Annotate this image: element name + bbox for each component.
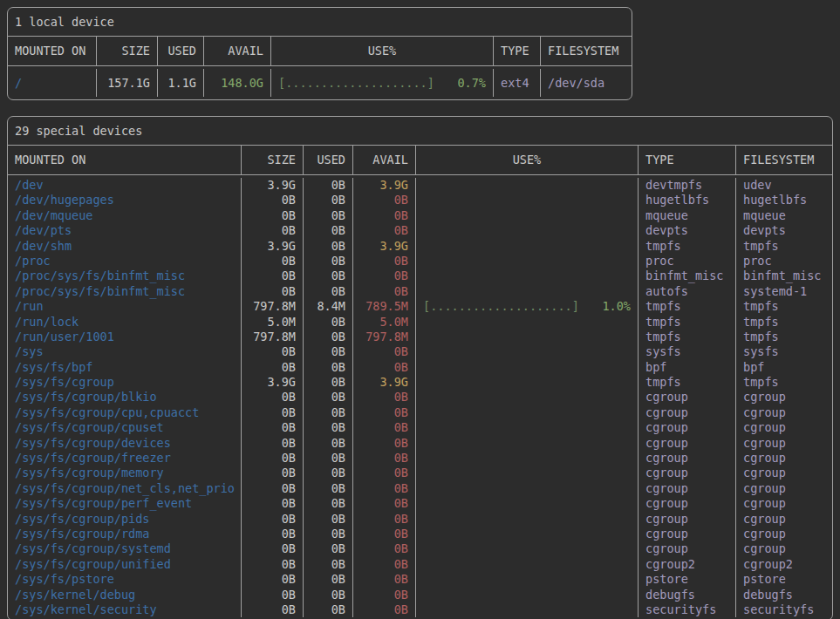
table-title-local-devices: 1 local device [8, 8, 632, 37]
table-row: /dev/shm3.9G0B3.9Gtmpfstmpfs [8, 239, 832, 254]
avail-value: 0B [353, 527, 416, 541]
usage-cell [416, 451, 639, 466]
fs-type: cgroup [639, 496, 736, 511]
table-row: /sys/fs/pstore0B0B0Bpstorepstore [8, 572, 832, 587]
column-header-mounted-on: MOUNTED ON [8, 146, 242, 174]
used-value: 0B [304, 602, 353, 617]
size-value: 0B [242, 223, 304, 238]
table-row: /sys/fs/cgroup/unified0B0B0Bcgroup2cgrou… [8, 557, 832, 572]
size-value: 0B [242, 588, 304, 602]
avail-value: 0B [353, 572, 416, 587]
usage-cell [416, 602, 639, 617]
size-value: 0B [242, 602, 304, 617]
mount-point: /dev/pts [8, 223, 242, 238]
used-value: 0B [304, 572, 353, 587]
used-value: 0B [304, 360, 353, 375]
used-value: 0B [304, 481, 353, 496]
fs-type: cgroup [639, 436, 736, 451]
usage-cell [416, 344, 639, 359]
usage-cell: [....................]0.7% [271, 69, 494, 97]
fs-type: tmpfs [639, 330, 736, 344]
usage-cell [416, 193, 639, 207]
fs-type: devpts [639, 223, 736, 238]
table-row: /run/user/1001797.8M0B797.8Mtmpfstmpfs [8, 330, 832, 344]
usage-cell [416, 208, 639, 223]
table-row: /sys/kernel/security0B0B0Bsecurityfssecu… [8, 602, 832, 617]
filesystem: debugfs [736, 588, 832, 602]
avail-value: 0B [353, 420, 416, 435]
table-row: /sys0B0B0Bsysfssysfs [8, 344, 832, 359]
size-value: 5.0M [242, 315, 304, 330]
size-value: 0B [242, 193, 304, 207]
table-row: /sys/fs/cgroup/perf_event0B0B0Bcgroupcgr… [8, 496, 832, 511]
table-row: /proc/sys/fs/binfmt_misc0B0B0Bautofssyst… [8, 284, 832, 299]
column-header-filesystem: FILESYSTEM [736, 146, 832, 174]
mount-point: /proc [8, 254, 242, 269]
size-value: 0B [242, 208, 304, 223]
column-header-used: USED [158, 37, 204, 65]
usage-cell [416, 375, 639, 390]
size-value: 0B [242, 512, 304, 527]
filesystem: mqueue [736, 208, 832, 223]
column-header-type: TYPE [494, 37, 541, 65]
mount-point: /sys/fs/cgroup/memory [8, 466, 242, 480]
mount-point: /sys/kernel/security [8, 602, 242, 617]
table-row: /sys/fs/bpf0B0B0Bbpfbpf [8, 360, 832, 375]
avail-value: 3.9G [353, 239, 416, 254]
usage-cell [416, 512, 639, 527]
column-header-filesystem: FILESYSTEM [541, 37, 632, 65]
table-row: /sys/fs/cgroup/blkio0B0B0Bcgroupcgroup [8, 390, 832, 405]
mount-point: /sys/fs/cgroup/rdma [8, 527, 242, 541]
mount-point: /sys/fs/cgroup/pids [8, 512, 242, 527]
avail-value: 0B [353, 360, 416, 375]
avail-value: 0B [353, 481, 416, 496]
fs-type: cgroup [639, 512, 736, 527]
usage-cell [416, 330, 639, 344]
fs-type: cgroup [639, 466, 736, 480]
filesystem: cgroup [736, 436, 832, 451]
filesystem: cgroup [736, 390, 832, 405]
filesystem: binfmt_misc [736, 269, 832, 283]
mount-point: /run/lock [8, 315, 242, 330]
avail-value: 0B [353, 541, 416, 556]
table-row: /157.1G1.1G148.0G[....................]0… [8, 69, 632, 97]
used-value: 0B [304, 390, 353, 405]
mount-point: /sys/fs/cgroup/freezer [8, 451, 242, 466]
fs-type: autofs [639, 284, 736, 299]
used-value: 0B [304, 344, 353, 359]
usage-cell [416, 420, 639, 435]
filesystem: bpf [736, 360, 832, 375]
mount-point: /proc/sys/fs/binfmt_misc [8, 284, 242, 299]
avail-value: 0B [353, 254, 416, 269]
size-value: 0B [242, 390, 304, 405]
avail-value: 3.9G [353, 375, 416, 390]
usage-cell [416, 572, 639, 587]
filesystem: /dev/sda [541, 69, 632, 97]
filesystem: cgroup [736, 496, 832, 511]
table-row: /sys/fs/cgroup/systemd0B0B0Bcgroupcgroup [8, 541, 832, 556]
table-row: /sys/fs/cgroup/net_cls,net_prio0B0B0Bcgr… [8, 481, 832, 496]
usage-cell: [....................]1.0% [416, 299, 639, 314]
avail-value: 0B [353, 269, 416, 283]
filesystem: sysfs [736, 344, 832, 359]
used-value: 0B [304, 436, 353, 451]
used-value: 0B [304, 466, 353, 480]
mount-point: /sys/fs/cgroup/cpu,cpuacct [8, 405, 242, 420]
table-row: /sys/fs/cgroup3.9G0B3.9Gtmpfstmpfs [8, 375, 832, 390]
size-value: 0B [242, 344, 304, 359]
filesystem: cgroup [736, 405, 832, 420]
avail-value: 0B [353, 284, 416, 299]
usage-cell [416, 390, 639, 405]
table-body: /dev3.9G0B3.9Gdevtmpfsudev/dev/hugepages… [8, 175, 832, 619]
table-row: /proc0B0B0Bprocproc [8, 254, 832, 269]
size-value: 0B [242, 269, 304, 283]
filesystem: hugetlbfs [736, 193, 832, 207]
local-devices-table: 1 local device MOUNTED ONSIZEUSEDAVAILUS… [7, 7, 632, 100]
usage-percent: 0.7% [457, 69, 486, 97]
column-header-avail: AVAIL [204, 37, 271, 65]
usage-cell [416, 588, 639, 602]
usage-cell [416, 481, 639, 496]
size-value: 3.9G [242, 375, 304, 390]
usage-percent: 1.0% [602, 299, 631, 314]
fs-type: devtmpfs [639, 178, 736, 193]
